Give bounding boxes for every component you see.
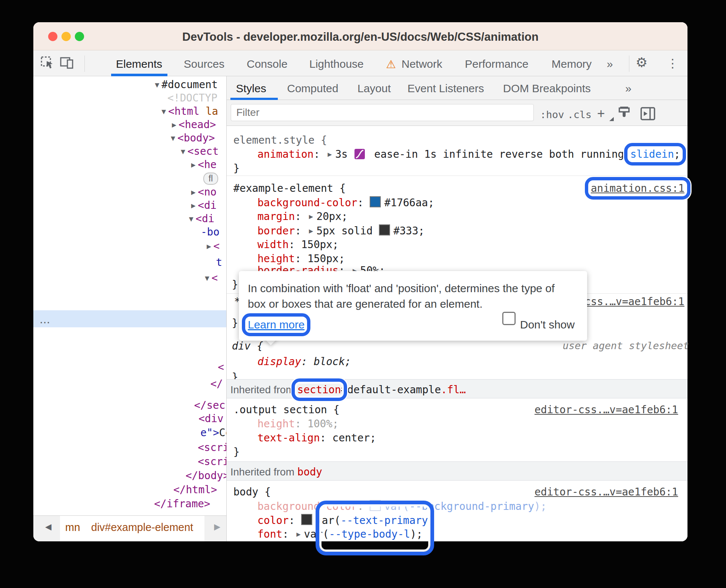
tab-memory[interactable]: Memory	[552, 58, 592, 70]
breadcrumb-item-selected[interactable]: div#example-element	[91, 521, 193, 534]
stylesheet-link-animation-css[interactable]: animation.css:1	[591, 182, 685, 194]
dom-node-body[interactable]: ▼<body>	[171, 132, 215, 144]
rule-selector-output-section[interactable]: .output section {	[233, 404, 340, 416]
breadcrumb-item-truncated[interactable]: mn	[65, 521, 80, 534]
bezier-editor-icon[interactable]	[354, 149, 365, 159]
rule-selector-example-element[interactable]: #example-element {	[233, 182, 346, 194]
animation-name-link[interactable]: slidein	[630, 148, 674, 160]
filter-input[interactable]	[231, 104, 534, 121]
dont-show-checkbox[interactable]	[502, 312, 516, 325]
collapse-icon[interactable]: ▼	[161, 107, 166, 116]
learn-more-link[interactable]: Learn more	[248, 318, 304, 331]
css-declaration-animation[interactable]: animation: ▶3s ease-in 1s infinite rever…	[257, 148, 680, 160]
dom-node-div[interactable]: ▼<di	[189, 213, 214, 225]
toggle-class-button[interactable]: .cls	[567, 109, 592, 120]
dom-close-section[interactable]: </sec	[194, 399, 225, 411]
rule-selector-div[interactable]: div {	[232, 340, 263, 352]
css-declaration-height-overridden[interactable]: height: 100%;	[257, 418, 339, 430]
gear-icon[interactable]: ⚙	[636, 55, 647, 70]
dom-close-tag[interactable]: </	[210, 378, 223, 390]
breadcrumb-back-icon[interactable]: ◀	[45, 522, 51, 532]
more-panel-tabs-icon[interactable]: »	[625, 82, 632, 95]
expand-icon[interactable]: ▶	[191, 201, 196, 210]
css-declaration-margin[interactable]: margin: ▶20px;	[257, 210, 348, 223]
stylesheet-link-fragment[interactable]: css.…v=ae1feb6:1	[585, 295, 685, 308]
dom-badge-flex[interactable]: fl	[203, 172, 218, 185]
dom-close-html[interactable]: </html>	[173, 484, 217, 496]
collapse-icon[interactable]: ▼	[155, 80, 159, 89]
color-swatch[interactable]	[301, 514, 312, 525]
tab-sources[interactable]: Sources	[184, 58, 224, 70]
collapse-icon[interactable]: ▼	[205, 274, 209, 283]
dom-node-section[interactable]: ▼<sect	[181, 145, 219, 157]
css-declaration-display[interactable]: display: block;	[257, 355, 351, 368]
dom-node-noscript[interactable]: ▶<no	[191, 186, 217, 198]
dom-node-div[interactable]: ▶<di	[191, 199, 217, 211]
rule-selector-body[interactable]: body {	[233, 486, 271, 498]
tab-elements[interactable]: Elements	[116, 58, 162, 70]
device-toolbar-icon[interactable]	[59, 56, 76, 70]
dom-node-header[interactable]: ▶<he	[191, 158, 217, 171]
dom-attr-fragment[interactable]: t	[216, 256, 222, 268]
breadcrumb-forward-icon[interactable]: ▶	[214, 522, 220, 532]
css-declaration-border[interactable]: border: ▶5px solid #333;	[257, 224, 424, 237]
tab-computed[interactable]: Computed	[287, 82, 338, 95]
dom-node-script[interactable]: <scri	[198, 441, 229, 454]
more-tabs-icon[interactable]: »	[607, 58, 613, 70]
inherited-from-label: Inherited from body	[230, 466, 322, 478]
expand-icon[interactable]: ▶	[172, 120, 176, 129]
new-style-rule-button[interactable]: +	[597, 106, 605, 121]
collapse-icon[interactable]: ▼	[171, 134, 175, 143]
inherited-element-link[interactable]: section	[297, 384, 341, 396]
selected-dom-row[interactable]	[33, 310, 226, 327]
css-declaration-width[interactable]: width: 150px;	[257, 238, 339, 251]
expand-icon[interactable]: ▶	[309, 227, 313, 235]
rule-close-brace: }	[232, 317, 238, 329]
tab-event-listeners[interactable]: Event Listeners	[407, 82, 484, 95]
paintbrush-icon[interactable]	[617, 107, 633, 121]
dom-node-document[interactable]: ▼#document	[155, 78, 218, 91]
tab-lighthouse[interactable]: Lighthouse	[309, 58, 364, 70]
kebab-menu-icon[interactable]: ⋮	[667, 56, 679, 70]
dom-node-doctype[interactable]: <!DOCTYP	[167, 92, 217, 104]
dom-node-head[interactable]: ▶<head>	[172, 118, 216, 131]
rule-selector-element-style[interactable]: element.style {	[233, 134, 327, 146]
stylesheet-link-editor-css[interactable]: editor-css.…v=ae1feb6:1	[534, 404, 678, 416]
color-swatch[interactable]	[370, 196, 381, 207]
dom-node-script[interactable]: <scri	[198, 455, 229, 468]
expand-icon[interactable]: ▶	[207, 242, 211, 251]
tab-performance[interactable]: Performance	[465, 58, 529, 70]
css-declaration-background-color[interactable]: background-color: #1766aa;	[257, 196, 434, 209]
expand-icon[interactable]: ▶	[296, 530, 300, 538]
stylesheet-link-editor-css[interactable]: editor-css.…v=ae1feb6:1	[534, 486, 678, 498]
dom-node[interactable]: <	[218, 361, 224, 373]
dom-node[interactable]: ▼<	[205, 272, 218, 284]
inherited-element-link[interactable]: body	[297, 466, 322, 478]
collapse-icon[interactable]: ▼	[189, 214, 193, 223]
toggle-hover-state-button[interactable]: :hov	[540, 109, 564, 120]
tab-layout[interactable]: Layout	[357, 82, 391, 95]
tab-console[interactable]: Console	[247, 58, 287, 70]
dom-node-div[interactable]: <div	[199, 412, 223, 425]
expand-icon[interactable]: ▶	[309, 212, 313, 220]
expand-icon[interactable]: ▶	[191, 160, 196, 169]
expand-icon[interactable]: ▶	[191, 188, 196, 197]
collapse-icon[interactable]: ▼	[181, 147, 185, 156]
hidden-content-ellipsis[interactable]: …	[39, 313, 52, 326]
expand-icon[interactable]: ▶	[327, 150, 332, 158]
tab-styles[interactable]: Styles	[236, 82, 266, 95]
css-declaration-height[interactable]: height: 150px;	[257, 253, 345, 265]
dom-close-body[interactable]: </body>	[186, 470, 229, 482]
tab-dom-breakpoints[interactable]: DOM Breakpoints	[503, 82, 591, 95]
new-rule-dropdown-icon[interactable]	[609, 117, 614, 121]
slidein-annotation-ring: slidein;	[630, 148, 680, 160]
dom-node[interactable]: ▶<	[207, 240, 220, 252]
color-swatch[interactable]	[379, 224, 390, 235]
dom-attr-fragment[interactable]: -bo	[201, 226, 220, 238]
toggle-sidebar-icon[interactable]	[640, 107, 656, 121]
css-declaration-text-align[interactable]: text-align: center;	[257, 432, 376, 444]
dom-close-iframe[interactable]: </iframe>	[154, 498, 210, 510]
dom-node-html[interactable]: ▼<html la	[161, 105, 218, 117]
tab-network[interactable]: Network	[402, 58, 442, 70]
inspect-element-icon[interactable]	[40, 56, 55, 70]
